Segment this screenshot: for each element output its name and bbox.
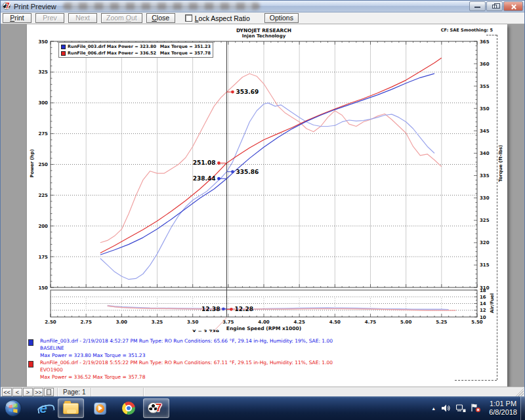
network-icon[interactable] — [456, 404, 466, 413]
report-title: DYNOJET RESEARCH — [51, 28, 477, 33]
run1-name: BASELINE — [40, 345, 64, 351]
print-margin-guide — [486, 35, 497, 35]
restore-button[interactable] — [486, 1, 503, 11]
next-page-button[interactable]: > — [23, 388, 33, 396]
folder-icon — [63, 403, 79, 414]
toolbar: Print Prev Next Zoom Out Close Lock Aspe… — [1, 12, 524, 24]
cursor-marker-label: 335.86 — [236, 169, 259, 175]
axis-tick-label: 3.00 — [116, 320, 127, 325]
minimize-button[interactable] — [469, 1, 486, 11]
clock-time: 1:01 PM — [489, 400, 517, 408]
start-button[interactable] — [4, 399, 22, 417]
report-page: 3503253002752502252001751503653603553503… — [27, 24, 507, 387]
axis-tick-label: 3.50 — [187, 320, 198, 325]
cursor-marker-dot — [222, 307, 225, 310]
zoom-out-button[interactable]: Zoom Out — [101, 13, 142, 23]
internet-explorer-icon: e — [39, 400, 47, 416]
first-page-button[interactable]: << — [2, 388, 12, 396]
axis-tick-label: 335 — [480, 173, 490, 178]
close-button[interactable] — [503, 1, 523, 11]
prev-page-button[interactable]: < — [12, 388, 22, 396]
run2-max: Max Power = 336.52 Max Torque = 357.78 — [40, 374, 145, 380]
prev-button[interactable]: Prev — [35, 13, 64, 23]
axis-tick-label: 225 — [38, 193, 48, 198]
clock[interactable]: 1:01 PM 6/8/2018 — [489, 400, 517, 417]
taskbar-item-chrome[interactable] — [116, 398, 142, 418]
cursor-marker-dot — [217, 161, 220, 165]
torque-axis-title: Torque (ft-lbs) — [498, 145, 503, 182]
axis-tick-label: 360 — [480, 62, 490, 67]
taskbar-item-explorer[interactable] — [58, 398, 84, 418]
run1-swatch — [28, 339, 33, 346]
lock-aspect-checkbox[interactable]: Lock Aspect Ratio — [185, 14, 250, 22]
show-desktop-button[interactable] — [520, 396, 525, 420]
redacted-filename — [63, 3, 260, 10]
print-margin-guide — [497, 35, 497, 380]
close-preview-button[interactable]: Close — [146, 13, 175, 23]
correction-smoothing-label: CF: SAE Smoothing: 5 — [441, 28, 493, 33]
cursor-marker-dot — [230, 308, 233, 311]
axis-tick-label: 18 — [480, 288, 486, 293]
axis-tick-label: 3.25 — [152, 320, 163, 325]
axis-tick-label: 12 — [480, 308, 486, 313]
axis-tick-label: 365 — [480, 39, 490, 45]
axis-tick-label: 150 — [38, 285, 48, 291]
action-center-flag-icon[interactable] — [471, 404, 481, 413]
series-runfile_006-torque — [100, 74, 442, 243]
page-indicator: Page: 1 — [63, 388, 85, 396]
print-margin-guide — [455, 380, 497, 381]
cursor-marker-dot — [231, 170, 234, 173]
axis-tick-label: 4.75 — [365, 320, 376, 325]
legend-row: RunFile_003.drf Max Power = 323.80 Max T… — [61, 43, 211, 50]
axis-tick-label: 340 — [480, 151, 490, 156]
next-button[interactable]: Next — [68, 13, 97, 23]
app-icon: 7 — [3, 2, 11, 10]
run1-conditions: RunFile_003.drf - 2/19/2018 4:52:27 PM R… — [40, 338, 333, 344]
axis-tick-label: 355 — [480, 84, 490, 89]
axis-tick-label: 16 — [480, 295, 486, 300]
axis-tick-label: 350 — [480, 106, 490, 112]
titlebar[interactable]: 7 Print Preview — [1, 1, 524, 12]
axis-tick-label: 200 — [38, 224, 48, 229]
run2-conditions: RunFile_006.drf - 2/19/2018 5:55:22 PM R… — [40, 360, 333, 366]
axis-tick-label: 250 — [38, 162, 48, 167]
preview-area: 3503253002752502252001751503653603553503… — [1, 24, 524, 387]
run2-swatch — [28, 361, 33, 368]
media-player-icon — [94, 402, 106, 415]
last-page-button[interactable]: >> — [33, 388, 43, 396]
cursor-marker-label: 12.38 — [201, 306, 220, 312]
chrome-icon — [122, 402, 135, 415]
cursor-marker-dot — [231, 91, 234, 94]
checkbox-box[interactable] — [185, 14, 192, 22]
winpep7-icon: 7 — [156, 402, 161, 413]
volume-icon[interactable] — [442, 404, 451, 412]
print-preview-window: 7 Print Preview Print Prev Next Zoom Out… — [0, 0, 525, 396]
taskbar-item-internet-explorer[interactable]: e — [30, 398, 56, 418]
axis-tick-label: 5.00 — [400, 320, 411, 325]
axis-tick-label: 300 — [38, 100, 48, 106]
axis-tick-label: 4.50 — [329, 320, 341, 325]
axis-tick-label: 5.25 — [436, 320, 447, 325]
print-button[interactable]: Print — [3, 13, 32, 23]
axis-tick-label: 2.75 — [81, 320, 92, 325]
taskbar-item-media-player[interactable] — [87, 398, 113, 418]
axis-tick-label: 315 — [480, 262, 490, 268]
clock-date: 6/8/2018 — [489, 408, 517, 417]
axis-tick-label: 275 — [38, 131, 48, 136]
legend-row: RunFile_006.drf Max Power = 336.52 Max T… — [61, 50, 211, 56]
options-button[interactable]: Options — [264, 13, 299, 23]
chart-legend: RunFile_003.drf Max Power = 323.80 Max T… — [58, 42, 213, 58]
axis-tick-label: 14 — [480, 301, 486, 306]
afr-axis-title: Air/Fuel — [490, 293, 495, 313]
statusbar: << < > >> Page: 1 — [1, 387, 524, 397]
tray-expand-icon[interactable]: ▲ — [431, 406, 436, 411]
close-icon — [504, 2, 522, 10]
minimize-icon — [474, 7, 480, 8]
series-runfile_006-power — [100, 58, 442, 253]
taskbar: e 7 ▲ 1:01 PM 6/8 — [0, 396, 525, 420]
taskbar-item-winpep[interactable]: 7 — [143, 398, 169, 418]
goto-page-button[interactable] — [44, 388, 54, 396]
resize-grip[interactable] — [515, 388, 524, 396]
axis-tick-label: 4.00 — [258, 320, 269, 325]
axis-tick-label: 2.50 — [45, 320, 56, 325]
